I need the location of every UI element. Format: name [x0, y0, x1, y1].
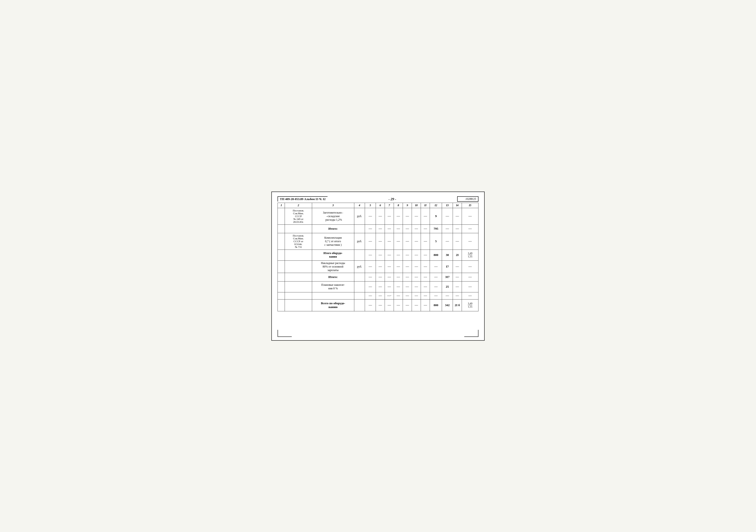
cell-r6-c8: —	[394, 273, 403, 281]
cell-r9-c10: —	[412, 299, 421, 311]
bottom-left-mark	[278, 330, 278, 337]
cell-r4-c5: —	[365, 249, 376, 261]
cell-r4-c13: 30	[442, 249, 453, 261]
col-header-15: I5	[462, 203, 478, 208]
col-header-4: 4	[354, 203, 365, 208]
cell-r1-c5: —	[365, 208, 376, 224]
cell-r7-c14: —	[453, 281, 462, 292]
cell-r4-c7: —	[385, 249, 394, 261]
cell-r9-c13: 342	[442, 299, 453, 311]
cell-r5-c13: I7	[442, 261, 453, 273]
cell-r2-c11: —	[421, 224, 430, 233]
cell-r8-c14: —	[453, 292, 462, 299]
cell-r4-c10: —	[412, 249, 421, 261]
cell-r5-c15: —	[462, 261, 478, 273]
cell-r9-c4	[354, 299, 365, 311]
cell-r3-c10: —	[412, 233, 421, 249]
main-table: I 2 3 4 5 6 7 8 9 I0 II I2 I3 I4 I5 Пост	[278, 203, 478, 311]
cell-r6-c7: —	[385, 273, 394, 281]
cell-r2-c5: —	[365, 224, 376, 233]
cell-r4-c12: 800	[430, 249, 442, 261]
cell-r9-c9: —	[403, 299, 412, 311]
bottom-right-border	[464, 337, 478, 337]
cell-r1-c6: —	[376, 208, 385, 224]
cell-r7-c3: Плановые накопле-ния 8 %	[312, 281, 354, 292]
cell-r1-c14: —	[453, 208, 462, 224]
cell-r7-c1	[278, 281, 285, 292]
cell-r6-c1	[278, 273, 285, 281]
table-row: Итого: — — — — — — — 795 — — —	[278, 224, 478, 233]
cell-r1-c8: —	[394, 208, 403, 224]
cell-r5-c7: —	[385, 261, 394, 273]
cell-r3-c12: 5	[430, 233, 442, 249]
page: ТП 409-28-053.89 Альбом I3 Ч. I2 - 29 - …	[271, 191, 485, 341]
cell-r1-c15: —	[462, 208, 478, 224]
table-row: Плановые накопле-ния 8 % — — — — — — — —…	[278, 281, 478, 292]
cell-r4-c6: —	[376, 249, 385, 261]
cell-r3-c14: —	[453, 233, 462, 249]
bottom-border	[278, 337, 292, 337]
cell-r2-c10: —	[412, 224, 421, 233]
cell-r2-c4	[354, 224, 365, 233]
cell-r9-c6: —	[376, 299, 385, 311]
cell-r3-c15: —	[462, 233, 478, 249]
page-header: ТП 409-28-053.89 Альбом I3 Ч. I2 - 29 - …	[278, 196, 478, 202]
doc-title: ТП 409-28-053.89 Альбом I3 Ч. I2	[278, 196, 328, 201]
cell-r8-c6: —	[376, 292, 385, 299]
cell-r6-c9: —	[403, 273, 412, 281]
cell-r5-c3: Накладные расходы80% от основнойзарплаты	[312, 261, 354, 273]
cell-r9-c5: —	[365, 299, 376, 311]
cell-r2-c8: —	[394, 224, 403, 233]
cell-r5-c8: —	[394, 261, 403, 273]
cell-r7-c10: —	[412, 281, 421, 292]
col-header-3: 3	[312, 203, 354, 208]
table-row: Всего по оборудо-ванию — — — — — — — 800…	[278, 299, 478, 311]
cell-r1-c3: Заготовительно––складские расходы 1,2%	[312, 208, 354, 224]
cell-r2-c6: —	[376, 224, 385, 233]
cell-r8-c13: —	[442, 292, 453, 299]
cell-r3-c2: Постанов.Сов.Мин.СССР от8.9.64г.№ 731	[285, 233, 312, 249]
table-row: Постанов.Сов.Мин.СССР№ 249 от28.03.83г. …	[278, 208, 478, 224]
cell-r5-c6: —	[376, 261, 385, 273]
cell-r3-c6: —	[376, 233, 385, 249]
cell-r8-c8: —	[394, 292, 403, 299]
cell-r1-c12: 9	[430, 208, 442, 224]
cell-r1-c11: —	[421, 208, 430, 224]
cell-r8-c10: —	[412, 292, 421, 299]
cell-r7-c5: —	[365, 281, 376, 292]
cell-r6-c15: —	[462, 273, 478, 281]
cell-r3-c1	[278, 233, 285, 249]
cell-r3-c7: —	[385, 233, 394, 249]
cell-r4-c1	[278, 249, 285, 261]
cell-r7-c9: —	[403, 281, 412, 292]
cell-r2-c3: Итого:	[312, 224, 354, 233]
cell-r8-c15: —	[462, 292, 478, 299]
cell-r1-c13: —	[442, 208, 453, 224]
cell-r3-c4: руб.	[354, 233, 365, 249]
cell-r2-c7: —	[385, 224, 394, 233]
col-header-13: I3	[442, 203, 453, 208]
cell-r9-c11: —	[421, 299, 430, 311]
cell-r9-c15: 3,49 1,55	[462, 299, 478, 311]
col-header-12: I2	[430, 203, 442, 208]
cell-r2-c14: —	[453, 224, 462, 233]
cell-r2-c13: —	[442, 224, 453, 233]
cell-r1-c2: Постанов.Сов.Мин.СССР№ 249 от28.03.83г.	[285, 208, 312, 224]
table-row: Накладные расходы80% от основнойзарплаты…	[278, 261, 478, 273]
col-header-8: 8	[394, 203, 403, 208]
cell-r5-c4: руб.	[354, 261, 365, 273]
cell-r4-c15: 3,49 1,55	[462, 249, 478, 261]
cell-r8-c3	[312, 292, 354, 299]
cell-r6-c11: —	[421, 273, 430, 281]
cell-r7-c7: —	[385, 281, 394, 292]
cell-r8-c11: —	[421, 292, 430, 299]
cell-r5-c12: —	[430, 261, 442, 273]
cell-r6-c6: —	[376, 273, 385, 281]
cell-r7-c2	[285, 281, 312, 292]
cell-r7-c11: —	[421, 281, 430, 292]
cell-r6-c13: 3I7	[442, 273, 453, 281]
cell-r1-c4: руб.	[354, 208, 365, 224]
table-row: Итого: — — — — — — — — 3I7 — —	[278, 273, 478, 281]
col-header-1: I	[278, 203, 285, 208]
cell-r3-c5: —	[365, 233, 376, 249]
